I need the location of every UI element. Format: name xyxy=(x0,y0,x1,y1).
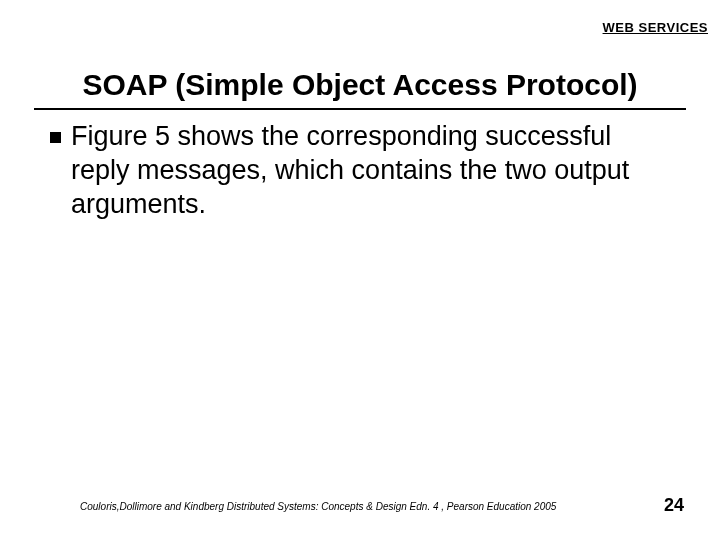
title-underline xyxy=(34,108,686,110)
slide-title: SOAP (Simple Object Access Protocol) xyxy=(0,68,720,102)
footer-citation: Couloris,Dollimore and Kindberg Distribu… xyxy=(80,501,556,512)
bullet-item: Figure 5 shows the corresponding success… xyxy=(50,120,670,221)
page-number: 24 xyxy=(664,495,684,516)
content-area: Figure 5 shows the corresponding success… xyxy=(50,120,670,221)
bullet-marker-icon xyxy=(50,132,61,143)
bullet-text: Figure 5 shows the corresponding success… xyxy=(71,120,670,221)
header-label: WEB SERVICES xyxy=(603,20,708,35)
